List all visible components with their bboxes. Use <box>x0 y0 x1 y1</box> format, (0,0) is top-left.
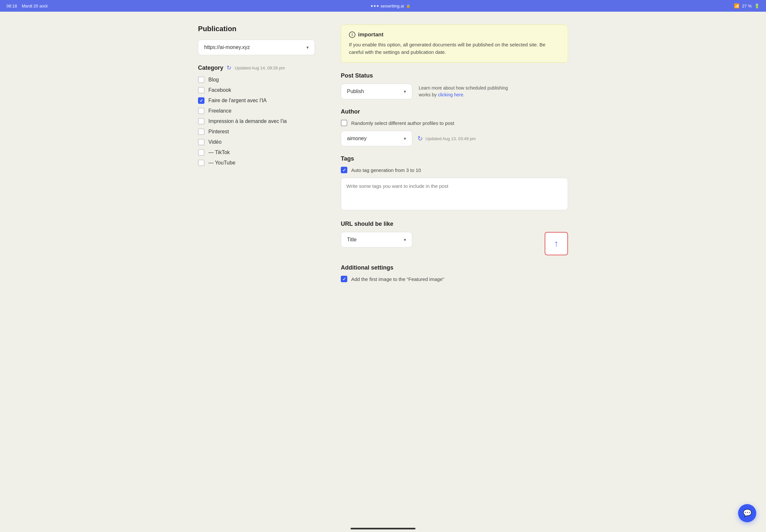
list-item[interactable]: Vidéo <box>198 139 315 145</box>
url-label: URL should be like <box>341 221 568 227</box>
author-dropdown[interactable]: aimoney ▾ <box>341 131 412 146</box>
tags-auto-label: Auto tag generation from 3 to 10 <box>351 167 421 173</box>
author-random-row: Randomly select different author profile… <box>341 120 568 126</box>
category-blog-label: Blog <box>208 77 219 83</box>
tags-section: Tags Auto tag generation from 3 to 10 <box>341 155 568 212</box>
list-item[interactable]: Faire de l'argent avec l'IA <box>198 97 315 104</box>
author-random-checkbox[interactable] <box>341 120 347 126</box>
url-value: Title <box>347 237 357 243</box>
author-section: Author Randomly select different author … <box>341 108 568 146</box>
category-tiktok-checkbox[interactable] <box>198 149 204 156</box>
category-impression-label: Impression à la demande avec l'ia <box>208 118 286 124</box>
category-youtube-label: — YouTube <box>208 160 235 166</box>
important-title: important <box>358 31 383 38</box>
list-item[interactable]: Freelance <box>198 108 315 114</box>
chat-button[interactable]: 💬 <box>738 504 756 522</box>
post-status-hint: Learn more about how scheduled publishin… <box>419 85 516 98</box>
chat-icon: 💬 <box>743 509 752 517</box>
post-status-row: Publish ▾ Learn more about how scheduled… <box>341 84 568 99</box>
status-bar-time-date: 08:18 Mardi 20 août <box>6 4 48 8</box>
site-url-value: https://ai-money.xyz <box>204 44 250 50</box>
status-bar-right: 📶 27 % 🔋 <box>734 3 760 8</box>
list-item[interactable]: — YouTube <box>198 160 315 166</box>
list-item[interactable]: — TikTok <box>198 149 315 156</box>
featured-image-checkbox[interactable] <box>341 276 347 282</box>
author-random-label: Randomly select different author profile… <box>351 120 454 126</box>
info-icon: i <box>349 31 355 38</box>
category-header: Category ↻ Updated Aug 14, 09:28 pm <box>198 64 315 71</box>
author-refresh-icon[interactable]: ↻ <box>418 135 423 142</box>
category-faire-checkbox[interactable] <box>198 97 204 104</box>
category-blog-checkbox[interactable] <box>198 77 204 83</box>
url-row: Title ▾ ↑ <box>341 232 568 255</box>
important-box: i important If you enable this option, a… <box>341 25 568 63</box>
category-updated-text: Updated Aug 14, 09:28 pm <box>235 66 285 70</box>
category-facebook-label: Facebook <box>208 87 231 93</box>
author-arrow-icon: ▾ <box>404 136 406 141</box>
status-bar: 08:18 Mardi 20 août seowriting.ai 🔒 📶 27… <box>0 0 766 12</box>
status-bar-center: seowriting.ai 🔒 <box>371 4 410 8</box>
list-item[interactable]: Blog <box>198 77 315 83</box>
category-impression-checkbox[interactable] <box>198 118 204 125</box>
category-list: Blog Facebook Faire de l'argent avec l'I… <box>198 77 315 166</box>
category-refresh-icon[interactable]: ↻ <box>226 64 231 71</box>
tags-auto-checkbox[interactable] <box>341 167 347 173</box>
category-freelance-label: Freelance <box>208 108 231 114</box>
list-item[interactable]: Impression à la demande avec l'ia <box>198 118 315 125</box>
featured-image-label: Add the first image to the "Featured ima… <box>351 276 444 282</box>
url-dropdown[interactable]: Title ▾ <box>341 232 412 248</box>
post-status-arrow-icon: ▾ <box>404 89 406 94</box>
author-value: aimoney <box>347 136 366 141</box>
main-content: Publication https://ai-money.xyz ▾ Categ… <box>172 12 594 295</box>
url-section: URL should be like Title ▾ ↑ <box>341 221 568 255</box>
left-column: Publication https://ai-money.xyz ▾ Categ… <box>198 25 315 282</box>
clicking-here-link[interactable]: clicking here <box>438 92 463 97</box>
arrow-up-icon: ↑ <box>554 238 559 249</box>
category-freelance-checkbox[interactable] <box>198 108 204 114</box>
featured-image-row: Add the first image to the "Featured ima… <box>341 276 568 282</box>
category-video-checkbox[interactable] <box>198 139 204 145</box>
site-dropdown[interactable]: https://ai-money.xyz ▾ <box>198 40 315 55</box>
scrollbar-hint <box>350 528 416 529</box>
dots-icon <box>371 5 378 7</box>
site-dropdown-arrow-icon: ▾ <box>306 45 309 50</box>
category-label: Category <box>198 65 223 71</box>
author-label: Author <box>341 108 568 115</box>
scroll-top-button[interactable]: ↑ <box>545 232 568 255</box>
post-status-label: Post Status <box>341 72 568 79</box>
post-status-dropdown[interactable]: Publish ▾ <box>341 84 412 99</box>
tags-input[interactable] <box>341 178 568 210</box>
right-column: i important If you enable this option, a… <box>341 25 568 282</box>
category-tiktok-label: — TikTok <box>208 150 230 155</box>
tags-auto-row: Auto tag generation from 3 to 10 <box>341 167 568 173</box>
author-dropdown-row: aimoney ▾ ↻ Updated Aug 13, 03:49 pm <box>341 131 568 146</box>
tags-label: Tags <box>341 155 568 162</box>
url-arrow-icon: ▾ <box>404 237 406 242</box>
list-item[interactable]: Facebook <box>198 87 315 93</box>
battery-label: 27 % <box>742 4 752 8</box>
category-faire-label: Faire de l'argent avec l'IA <box>208 98 267 103</box>
additional-label: Additional settings <box>341 264 568 271</box>
date: Mardi 20 août <box>22 4 48 8</box>
post-status-hint-text: Learn more about how scheduled publishin… <box>419 85 508 97</box>
battery-icon: 🔋 <box>754 4 760 8</box>
author-refresh-row: ↻ Updated Aug 13, 03:49 pm <box>418 135 476 142</box>
website-label: seowriting.ai <box>380 4 404 8</box>
important-header: i important <box>349 31 560 38</box>
additional-settings-section: Additional settings Add the first image … <box>341 264 568 282</box>
important-text: If you enable this option, all generated… <box>349 41 560 56</box>
lock-icon: 🔒 <box>406 4 411 8</box>
time: 08:18 <box>6 4 17 8</box>
post-status-section: Post Status Publish ▾ Learn more about h… <box>341 72 568 99</box>
category-facebook-checkbox[interactable] <box>198 87 204 93</box>
publication-title: Publication <box>198 25 315 33</box>
wifi-icon: 📶 <box>734 3 739 8</box>
category-pinterest-checkbox[interactable] <box>198 128 204 135</box>
category-youtube-checkbox[interactable] <box>198 160 204 166</box>
category-video-label: Vidéo <box>208 139 222 145</box>
post-status-value: Publish <box>347 89 364 94</box>
category-pinterest-label: Pinterest <box>208 129 229 135</box>
author-updated-text: Updated Aug 13, 03:49 pm <box>426 136 476 141</box>
list-item[interactable]: Pinterest <box>198 128 315 135</box>
